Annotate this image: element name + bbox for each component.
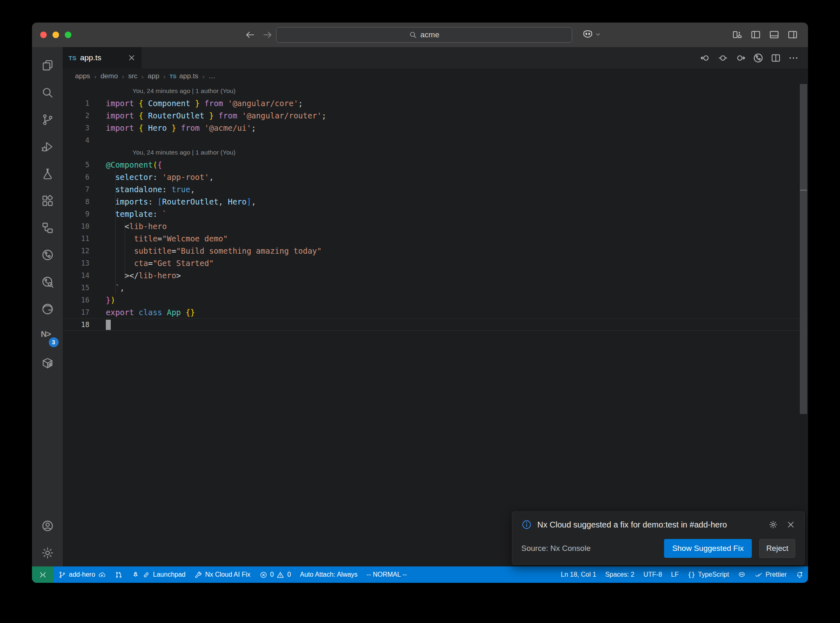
- breadcrumb-item-apps[interactable]: apps: [75, 72, 90, 80]
- editor-actions: [700, 47, 808, 68]
- status-prettier[interactable]: Prettier: [750, 566, 791, 583]
- code-text: }): [106, 296, 115, 305]
- status-indentation[interactable]: Spaces: 2: [601, 566, 639, 583]
- notification-close-icon[interactable]: [786, 520, 795, 529]
- breadcrumb-item-demo[interactable]: demo: [100, 72, 118, 80]
- line-number: 14: [63, 271, 89, 280]
- vertical-scrollbar[interactable]: [800, 84, 807, 414]
- wrench-icon: [194, 571, 202, 579]
- activity-item-settings[interactable]: [36, 539, 59, 566]
- status-language-mode[interactable]: {}TypeScript: [683, 566, 734, 583]
- status-notifications-bell[interactable]: [791, 566, 808, 583]
- activity-item-edge-tools[interactable]: [36, 296, 59, 323]
- rocket-icon: [132, 571, 139, 579]
- nav-back-icon[interactable]: [700, 52, 711, 64]
- line-number: 18: [63, 321, 89, 329]
- code-text: import { RouterOutlet } from '@angular/r…: [106, 111, 326, 120]
- commit-graph-icon[interactable]: [753, 52, 764, 64]
- main-area: N>3 TS app.ts apps›demo›src›app›TSapp.ts…: [32, 47, 808, 566]
- activity-item-source-control[interactable]: [36, 106, 59, 133]
- status-cursor-position[interactable]: Ln 18, Col 1: [556, 566, 600, 583]
- toggle-secondary-sidebar-icon[interactable]: [787, 29, 798, 40]
- breadcrumb-overflow[interactable]: …: [208, 72, 215, 80]
- status-label: Prettier: [765, 571, 787, 578]
- copilot-icon: [582, 28, 594, 41]
- show-suggested-fix-button[interactable]: Show Suggested Fix: [664, 539, 752, 558]
- status-label: Nx Cloud AI Fix: [205, 571, 250, 578]
- status-problems[interactable]: 00: [255, 566, 296, 583]
- copilot-menu-button[interactable]: [582, 28, 601, 41]
- activity-item-project-graph[interactable]: [36, 214, 59, 241]
- code-line-14: 14 ></lib-hero>: [63, 269, 808, 282]
- codelens-annotation[interactable]: You, 24 minutes ago | 1 author (You): [132, 149, 235, 156]
- cloud-upload-icon: [98, 571, 106, 579]
- breadcrumb-item-app-ts[interactable]: TSapp.ts: [169, 72, 198, 80]
- activity-item-accounts[interactable]: [36, 512, 59, 539]
- status-encoding[interactable]: UTF-8: [639, 566, 667, 583]
- line-number: 7: [63, 185, 89, 193]
- code-line-4: 4: [63, 134, 808, 146]
- nav-current-icon[interactable]: [717, 52, 728, 64]
- status-nx-cloud-ai-fix[interactable]: Nx Cloud AI Fix: [190, 566, 255, 583]
- activity-item-extensions[interactable]: [36, 187, 59, 214]
- code-text: selector: 'app-root',: [106, 173, 214, 182]
- status-vim-mode[interactable]: -- NORMAL --: [362, 566, 411, 583]
- warning-icon: [276, 571, 284, 579]
- notification-toast: Nx Cloud suggested a fix for demo:test i…: [512, 512, 805, 565]
- code-line-13: 13 cta="Get Started": [63, 257, 808, 269]
- breadcrumb-label: app: [148, 72, 159, 80]
- activity-item-containers[interactable]: [36, 350, 59, 377]
- customize-layout-icon[interactable]: [732, 29, 743, 40]
- line-number: 6: [63, 173, 89, 181]
- status-label: LF: [671, 571, 679, 578]
- code-editor[interactable]: You, 24 minutes ago | 1 author (You)1imp…: [63, 84, 808, 566]
- minimize-window-button[interactable]: [52, 32, 59, 38]
- code-line-11: 11 title="Welcmoe demo": [63, 232, 808, 245]
- toggle-panel-icon[interactable]: [769, 29, 780, 40]
- reject-button[interactable]: Reject: [759, 539, 795, 558]
- notification-settings-icon[interactable]: [769, 520, 778, 529]
- braces-icon: {}: [688, 571, 695, 578]
- history-forward-icon[interactable]: [262, 30, 273, 40]
- toggle-primary-sidebar-icon[interactable]: [750, 29, 761, 40]
- split-editor-icon[interactable]: [770, 52, 781, 64]
- status-git-branch[interactable]: add-hero: [54, 566, 110, 583]
- zoom-window-button[interactable]: [65, 32, 71, 38]
- breadcrumb-item-src[interactable]: src: [128, 72, 137, 80]
- tab-close-icon[interactable]: [128, 54, 136, 62]
- line-number: 4: [63, 136, 89, 144]
- close-window-button[interactable]: [40, 32, 47, 38]
- activity-item-testing[interactable]: [36, 160, 59, 187]
- breadcrumb-label: demo: [100, 72, 118, 80]
- typescript-file-icon: TS: [68, 55, 76, 61]
- activity-item-nx-console[interactable]: N>3: [36, 323, 59, 350]
- line-number: 1: [63, 99, 89, 107]
- activity-item-explorer[interactable]: [36, 52, 59, 79]
- tab-app-ts[interactable]: TS app.ts: [63, 47, 142, 68]
- code-line-12: 12 subtitle="Build something amazing tod…: [63, 245, 808, 257]
- status-auto-attach[interactable]: Auto Attach: Always: [295, 566, 362, 583]
- codelens-annotation[interactable]: You, 24 minutes ago | 1 author (You): [132, 87, 235, 95]
- activity-item-run-and-debug[interactable]: [36, 133, 59, 160]
- command-center-search[interactable]: acme: [276, 27, 572, 43]
- status-gitlens-compare[interactable]: [110, 566, 127, 583]
- breadcrumb-item-app[interactable]: app: [148, 72, 159, 80]
- code-line-3: 3import { Hero } from '@acme/ui';: [63, 122, 808, 134]
- more-actions-icon[interactable]: [788, 52, 799, 64]
- status-copilot-status[interactable]: [733, 566, 750, 583]
- breadcrumb-separator: ›: [202, 73, 204, 80]
- activity-item-commit-graph[interactable]: [36, 241, 59, 268]
- status-remote-indicator[interactable]: [32, 566, 54, 583]
- editor-group: TS app.ts apps›demo›src›app›TSapp.ts›… Y…: [63, 47, 808, 566]
- scrollbar-marker: [800, 190, 807, 191]
- activity-item-gitlens-inspect[interactable]: [36, 268, 59, 296]
- status-launchpad[interactable]: Launchpad: [127, 566, 190, 583]
- nav-forward-icon[interactable]: [735, 52, 746, 64]
- status-label: TypeScript: [698, 571, 729, 578]
- activity-item-search[interactable]: [36, 79, 59, 106]
- breadcrumb: apps›demo›src›app›TSapp.ts›…: [63, 68, 808, 84]
- search-icon: [409, 31, 417, 39]
- history-back-icon[interactable]: [245, 30, 256, 40]
- status-eol[interactable]: LF: [667, 566, 683, 583]
- code-text: standalone: true,: [106, 185, 195, 194]
